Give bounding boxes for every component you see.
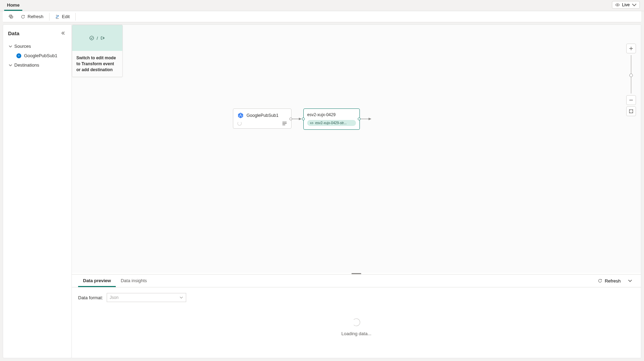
refresh-icon xyxy=(21,14,25,19)
flow-node-destination-hint[interactable]: / Switch to edit mode to Transform event… xyxy=(72,25,123,77)
collapse-panel-button[interactable] xyxy=(626,276,635,285)
zoom-out-button[interactable] xyxy=(626,95,636,105)
chevron-down-icon xyxy=(632,2,637,7)
refresh-label: Refresh xyxy=(28,14,44,19)
source-node-title: GooglePubSub1 xyxy=(247,113,279,118)
edit-button[interactable]: Edit xyxy=(52,13,73,21)
top-tab-bar: Home Live xyxy=(0,0,644,11)
gear-icon xyxy=(8,14,14,19)
data-format-select[interactable]: Json xyxy=(107,293,186,302)
svg-point-9 xyxy=(630,110,630,111)
toolbar-separator xyxy=(49,13,50,21)
data-format-label: Data format: xyxy=(78,295,103,300)
stream-node-title: esv2-xujx-0429 xyxy=(307,112,356,117)
data-format-value: Json xyxy=(110,295,119,300)
chevron-down-icon xyxy=(180,296,183,299)
zoom-controls xyxy=(626,44,636,116)
flow-node-source[interactable]: GooglePubSub1 xyxy=(233,108,291,129)
output-icon xyxy=(100,35,106,41)
transform-icon xyxy=(89,35,94,41)
minus-icon xyxy=(629,98,633,102)
collapse-sidebar-button[interactable] xyxy=(60,30,67,37)
edit-icon xyxy=(55,14,60,19)
loading-text: Loading data... xyxy=(341,331,371,336)
plus-icon xyxy=(629,46,633,51)
flow-node-stream[interactable]: esv2-xujx-0429 esv2-xujx-0429-str... xyxy=(303,108,360,130)
pubsub-icon xyxy=(237,112,244,119)
zoom-thumb[interactable] xyxy=(629,74,633,77)
loading-spinner-icon xyxy=(353,318,360,326)
zoom-slider[interactable] xyxy=(626,53,636,95)
settings-button[interactable] xyxy=(6,13,16,21)
edit-label: Edit xyxy=(62,14,70,19)
toolbar-separator xyxy=(75,13,76,21)
fit-icon xyxy=(629,109,634,114)
svg-point-0 xyxy=(617,4,618,5)
pubsub-icon: ⁘ xyxy=(16,53,21,58)
destinations-label: Destinations xyxy=(14,62,39,68)
chevron-down-icon xyxy=(9,63,12,67)
sidebar-group-destinations[interactable]: Destinations xyxy=(5,60,69,70)
chevron-double-left-icon xyxy=(61,31,65,35)
eye-icon xyxy=(615,2,620,7)
port-stream-out[interactable] xyxy=(358,118,361,120)
bottom-panel: Data preview Data insights Refresh xyxy=(72,274,641,358)
source-item-label: GooglePubSub1 xyxy=(24,53,57,58)
separator-text: / xyxy=(97,36,98,41)
link-icon xyxy=(310,121,313,125)
sources-label: Sources xyxy=(14,44,31,49)
chevron-down-icon xyxy=(628,278,632,283)
refresh-icon xyxy=(598,278,603,283)
sidebar-item-source[interactable]: ⁘ GooglePubSub1 xyxy=(5,51,69,60)
svg-point-7 xyxy=(90,36,94,40)
chevron-down-icon xyxy=(9,45,12,48)
svg-point-11 xyxy=(630,112,630,113)
svg-point-12 xyxy=(632,112,632,113)
port-stream-in[interactable] xyxy=(302,118,305,120)
data-sidebar: Data Sources ⁘ GooglePubSub1 Destination… xyxy=(3,24,72,358)
live-mode-button[interactable]: Live xyxy=(612,1,640,9)
fit-to-screen-button[interactable] xyxy=(626,106,636,116)
destination-hint-text: Switch to edit mode to Transform event o… xyxy=(72,51,122,77)
loading-spinner-icon xyxy=(237,121,242,126)
tab-home[interactable]: Home xyxy=(4,0,22,11)
tab-data-insights[interactable]: Data insights xyxy=(116,274,152,287)
flow-canvas[interactable]: GooglePubSub1 esv2-xujx-0429 esv2-xujx-0… xyxy=(72,25,641,273)
live-label: Live xyxy=(622,2,630,7)
sidebar-group-sources[interactable]: Sources xyxy=(5,42,69,51)
zoom-in-button[interactable] xyxy=(626,44,636,53)
stream-chip-label: esv2-xujx-0429-str... xyxy=(315,121,347,125)
port-source-out[interactable] xyxy=(289,118,292,120)
refresh-button[interactable]: Refresh xyxy=(17,13,47,21)
toolbar: Refresh Edit xyxy=(3,11,641,22)
preview-refresh-button[interactable]: Refresh xyxy=(596,277,622,285)
sidebar-title: Data xyxy=(8,30,20,36)
tab-data-preview[interactable]: Data preview xyxy=(78,274,116,287)
svg-point-10 xyxy=(632,110,632,111)
preview-refresh-label: Refresh xyxy=(605,278,621,284)
menu-icon[interactable] xyxy=(282,122,287,125)
stream-chip[interactable]: esv2-xujx-0429-str... xyxy=(307,120,356,126)
